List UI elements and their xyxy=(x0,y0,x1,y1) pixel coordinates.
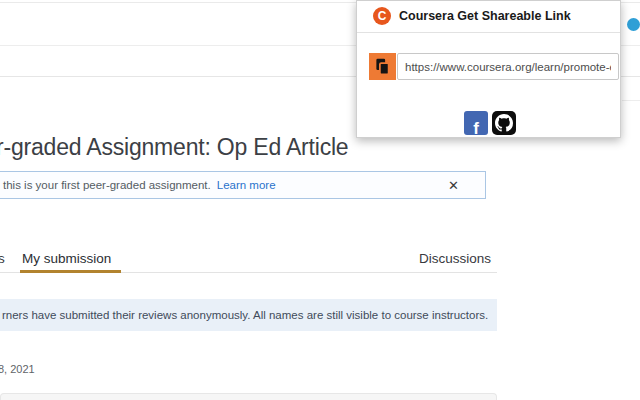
popup-title: Coursera Get Shareable Link xyxy=(399,9,571,23)
facebook-share-button[interactable]: f xyxy=(464,111,488,135)
tab-instructions-fragment[interactable]: s xyxy=(0,251,5,266)
close-icon[interactable]: ✕ xyxy=(448,179,459,192)
page-logo-dot-icon xyxy=(627,18,640,31)
coursera-logo-icon: C xyxy=(373,7,391,25)
page-background: r-graded Assignment: Op Ed Article this … xyxy=(0,0,640,400)
tab-discussions[interactable]: Discussions xyxy=(419,251,491,266)
first-assignment-banner: this is your first peer-graded assignmen… xyxy=(0,171,486,199)
popup-divider xyxy=(357,32,620,33)
submission-date: 8, 2021 xyxy=(0,363,35,375)
banner-text: this is your first peer-graded assignmen… xyxy=(3,179,211,191)
notice-text: rners have submitted their reviews anony… xyxy=(2,309,488,321)
copy-icon xyxy=(372,56,393,77)
facebook-icon: f xyxy=(473,120,479,135)
tab-my-submission[interactable]: My submission xyxy=(22,251,111,266)
shareable-link-popup: C Coursera Get Shareable Link f xyxy=(356,0,621,138)
github-icon xyxy=(495,114,513,132)
share-buttons-row: f xyxy=(357,111,620,135)
popup-header: C Coursera Get Shareable Link xyxy=(357,1,620,32)
anonymous-reviews-notice: rners have submitted their reviews anony… xyxy=(0,299,497,331)
page-title: r-graded Assignment: Op Ed Article xyxy=(0,134,348,161)
learn-more-link[interactable]: Learn more xyxy=(217,179,276,191)
copy-link-button[interactable] xyxy=(369,53,396,80)
shareable-link-input[interactable] xyxy=(397,53,619,80)
collapsed-section-box xyxy=(0,393,497,400)
active-tab-underline xyxy=(20,270,121,273)
header-divider xyxy=(622,100,640,101)
github-share-button[interactable] xyxy=(492,111,516,135)
